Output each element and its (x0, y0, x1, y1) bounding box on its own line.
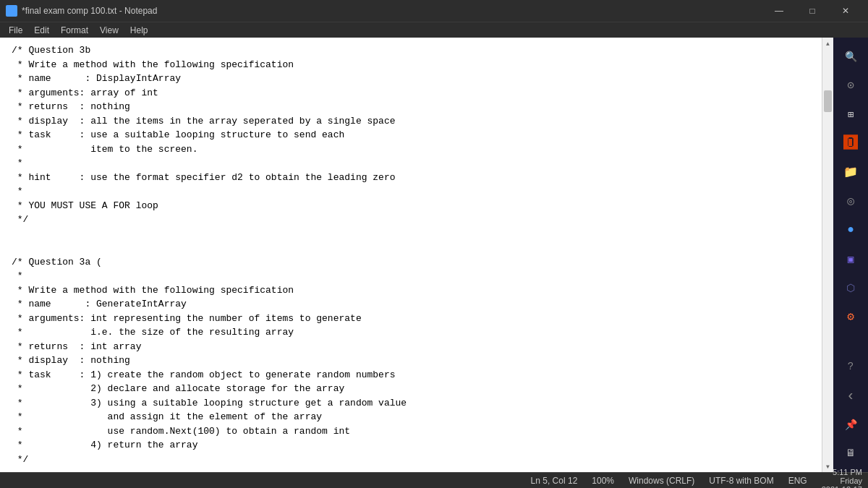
scroll-area: /* Question 3b * Write a method with the… (0, 38, 833, 472)
scroll-track[interactable] (822, 49, 833, 461)
right-sidebar: 🔍 ⊙ ⊞ 🅾 📁 ◎ ● ▣ ⬡ ⚙ ? ‹ 📌 🖥 (833, 38, 868, 472)
scroll-up-arrow[interactable]: ▲ (822, 38, 834, 49)
title-bar-left: *final exam comp 100.txt - Notepad (6, 5, 157, 17)
folder-icon[interactable]: 📁 (838, 159, 864, 185)
notepad-icon (6, 5, 17, 17)
editor[interactable]: /* Question 3b * Write a method with the… (0, 38, 833, 472)
taskbar-time: 5:11 PM Friday 2021-12-17 (822, 468, 862, 489)
main-area: /* Question 3b * Write a method with the… (0, 38, 868, 472)
maximize-button[interactable]: □ (796, 0, 829, 22)
menu-edit[interactable]: Edit (28, 24, 55, 37)
window-title: *final exam comp 100.txt - Notepad (22, 6, 157, 16)
status-right: Ln 5, Col 12 100% Windows (CRLF) UTF-8 w… (531, 468, 862, 489)
menu-format[interactable]: Format (55, 24, 94, 37)
title-bar: *final exam comp 100.txt - Notepad — □ ✕ (0, 0, 868, 22)
close-button[interactable]: ✕ (829, 0, 862, 22)
chrome-icon[interactable]: ◎ (838, 188, 864, 214)
time-display: 5:11 PM (833, 468, 862, 476)
title-controls: — □ ✕ (762, 0, 862, 22)
search-icon[interactable]: 🔍 (838, 43, 864, 69)
vertical-scrollbar[interactable]: ▲ ▼ (822, 38, 833, 472)
menu-help[interactable]: Help (124, 24, 154, 37)
status-bar: Ln 5, Col 12 100% Windows (CRLF) UTF-8 w… (0, 472, 868, 488)
monitor-icon[interactable]: 🖥 (838, 440, 864, 466)
minimize-button[interactable]: — (762, 0, 796, 22)
office-icon[interactable]: 🅾 (838, 130, 864, 156)
box-icon[interactable]: ▣ (838, 246, 864, 272)
zoom-level: 100% (592, 476, 614, 486)
pin-icon[interactable]: 📌 (838, 411, 864, 437)
grid-icon[interactable]: ⊞ (838, 101, 864, 127)
date-display: 2021-12-17 (822, 485, 862, 489)
cursor-position: Ln 5, Col 12 (531, 476, 578, 486)
menu-view[interactable]: View (94, 24, 124, 37)
teams-icon[interactable]: ⬡ (838, 275, 864, 301)
menu-file[interactable]: File (3, 24, 28, 37)
day-display: Friday (840, 476, 862, 485)
help-icon[interactable]: ? (838, 354, 864, 380)
circle2-icon[interactable]: ● (838, 217, 864, 243)
chevron-left-icon[interactable]: ‹ (838, 382, 864, 408)
language: ENG (788, 476, 807, 486)
charset: UTF-8 with BOM (709, 476, 773, 486)
code-text: /* Question 3b * Write a method with the… (12, 43, 810, 472)
menu-bar: File Edit Format View Help (0, 22, 868, 38)
scroll-thumb[interactable] (824, 90, 832, 112)
line-endings: Windows (CRLF) (629, 476, 694, 486)
puzzle-icon[interactable]: ⚙ (838, 304, 864, 330)
circle-icon[interactable]: ⊙ (838, 72, 864, 98)
code-content[interactable]: /* Question 3b * Write a method with the… (0, 38, 822, 472)
